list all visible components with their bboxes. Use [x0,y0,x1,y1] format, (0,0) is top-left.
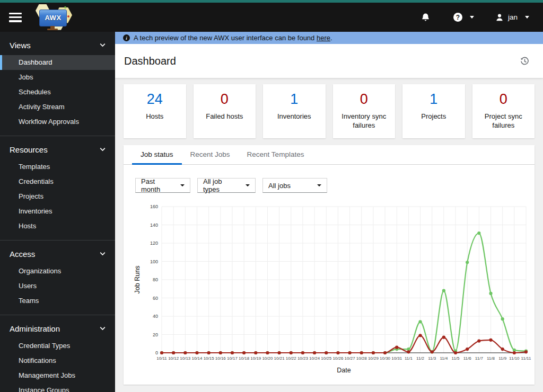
data-point-failed[interactable] [407,350,410,353]
awx-logo[interactable]: AWX [32,4,75,31]
x-tick-label: 10/21 [274,356,285,361]
x-tick-label: 10/16 [215,356,226,361]
data-point-failed[interactable] [301,351,304,354]
data-point-failed[interactable] [207,351,211,354]
sidebar-item-users[interactable]: Users [0,279,115,293]
data-point-successful[interactable] [477,231,480,235]
nav-group-access[interactable]: Access [0,244,115,264]
data-point-failed[interactable] [242,351,246,354]
sidebar-item-credentials[interactable]: Credentials [0,174,115,189]
tab-recent-jobs[interactable]: Recent Jobs [182,145,239,164]
filter-select-past-month[interactable]: Past month [135,178,190,193]
help-icon: ? [453,13,462,22]
user-menu[interactable]: jan [495,13,529,22]
y-tick-label: 100 [150,259,158,264]
sidebar-item-schedules[interactable]: Schedules [0,85,115,100]
nav-group-administration[interactable]: Administration [0,318,115,338]
nav-group-resources[interactable]: Resources [0,139,115,159]
data-point-failed[interactable] [348,351,351,354]
data-point-failed[interactable] [183,351,187,354]
data-point-failed[interactable] [336,351,339,354]
sidebar-item-inventories[interactable]: Inventories [0,204,115,219]
x-axis-label: Date [337,367,351,374]
data-point-failed[interactable] [254,351,257,354]
data-point-failed[interactable] [431,350,434,353]
sidebar-item-teams[interactable]: Teams [0,293,115,308]
x-tick-label: 10/28 [356,356,367,361]
x-tick-label: 10/15 [204,356,215,361]
chevron-down-icon [525,16,529,19]
summary-card-inventories[interactable]: 1Inventories [263,84,326,138]
data-point-failed[interactable] [501,348,504,351]
nav-section-views: ViewsDashboardJobsSchedulesActivity Stre… [0,32,115,136]
data-point-failed[interactable] [325,351,328,354]
tab-recent-templates[interactable]: Recent Templates [239,145,313,164]
summary-card-project-sync-failures[interactable]: 0Project sync failures [472,84,535,138]
sidebar-item-projects[interactable]: Projects [0,189,115,204]
data-point-failed[interactable] [454,351,457,354]
chevron-down-icon [180,184,185,186]
data-point-failed[interactable] [231,351,234,354]
data-point-failed[interactable] [418,334,422,337]
data-point-failed[interactable] [383,351,387,354]
filter-select-all-job-types[interactable]: All job types [197,178,256,193]
notifications-bell-icon[interactable] [421,13,430,22]
y-tick-label: 120 [150,240,158,246]
nav-group-views[interactable]: Views [0,35,115,55]
refresh-history-icon[interactable] [520,57,529,66]
sidebar-item-instance-groups[interactable]: Instance Groups [0,383,115,392]
card-value: 1 [290,92,298,108]
sidebar-item-jobs[interactable]: Jobs [0,70,115,85]
summary-card-inventory-sync-failures[interactable]: 0Inventory sync failures [333,84,396,138]
sidebar-item-organizations[interactable]: Organizations [0,264,115,279]
tab-job-status[interactable]: Job status [132,145,182,164]
summary-card-failed-hosts[interactable]: 0Failed hosts [194,84,256,138]
data-point-failed[interactable] [442,336,445,339]
data-point-failed[interactable] [489,338,492,342]
nav-toggle-button[interactable] [9,13,22,22]
data-point-failed[interactable] [172,351,175,354]
sidebar-item-templates[interactable]: Templates [0,159,115,174]
y-tick-label: 140 [150,222,158,228]
filter-select-all-jobs[interactable]: All jobs [262,178,327,193]
data-point-successful[interactable] [501,317,504,320]
data-point-failed[interactable] [266,351,269,354]
data-point-failed[interactable] [278,351,281,354]
data-point-failed[interactable] [524,350,528,353]
sidebar-item-workflow-approvals[interactable]: Workflow Approvals [0,114,115,129]
data-point-failed[interactable] [466,348,469,351]
summary-card-projects[interactable]: 1Projects [402,84,465,138]
help-menu[interactable]: ? [453,13,474,22]
data-point-failed[interactable] [395,346,398,349]
data-point-successful[interactable] [418,320,422,323]
data-point-failed[interactable] [195,351,198,354]
data-point-failed[interactable] [513,351,516,354]
x-tick-label: 10/19 [250,356,261,361]
data-point-failed[interactable] [219,351,222,354]
summary-card-hosts[interactable]: 24Hosts [124,84,186,138]
data-point-failed[interactable] [372,351,375,354]
masthead-actions: ? jan [421,13,543,22]
data-point-failed[interactable] [313,351,316,354]
data-point-successful[interactable] [466,261,469,264]
sidebar-item-hosts[interactable]: Hosts [0,219,115,234]
sidebar-item-notifications[interactable]: Notifications [0,353,115,368]
banner-here-link[interactable]: here [317,34,330,42]
sidebar-item-credential-types[interactable]: Credential Types [0,338,115,353]
data-point-successful[interactable] [489,292,492,295]
data-point-successful[interactable] [442,289,445,292]
sidebar-item-dashboard[interactable]: Dashboard [0,55,115,70]
sidebar-item-management-jobs[interactable]: Management Jobs [0,368,115,383]
page-title: Dashboard [124,55,176,67]
sidebar-nav: ViewsDashboardJobsSchedulesActivity Stre… [0,32,115,392]
chevron-down-icon [100,43,106,47]
select-value: All job types [203,177,239,193]
data-point-failed[interactable] [360,351,363,354]
sidebar-item-activity-stream[interactable]: Activity Stream [0,100,115,114]
data-point-failed[interactable] [160,351,163,354]
data-point-failed[interactable] [477,339,480,342]
x-tick-label: 11/2 [416,356,425,361]
card-label: Project sync failures [472,112,535,130]
data-point-failed[interactable] [290,351,293,354]
nav-section-access: AccessOrganizationsUsersTeams [0,240,115,315]
